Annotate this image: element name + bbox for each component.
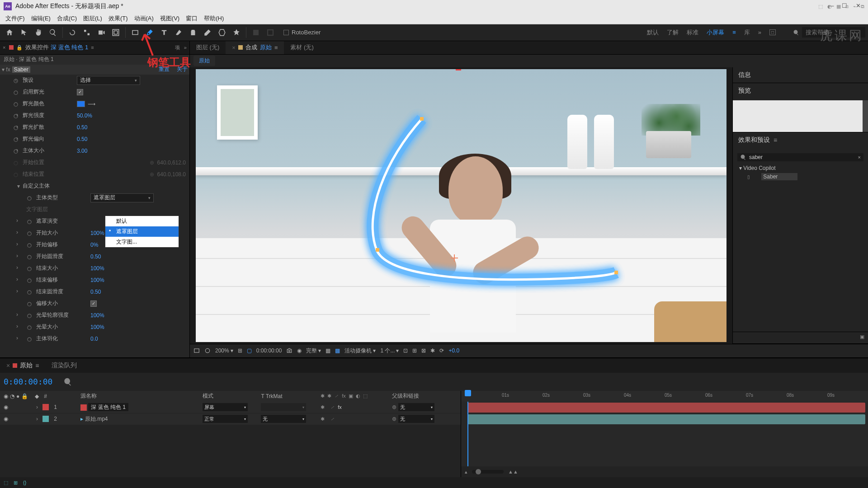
snapshot-icon[interactable] (286, 347, 292, 354)
layer-1-name[interactable]: 深 蓝色 纯色 1 (88, 403, 128, 411)
workspace-default[interactable]: 默认 (647, 28, 659, 37)
stopwatch-icon[interactable] (26, 218, 33, 225)
start-round-value[interactable]: 0.50 (90, 253, 101, 260)
effect-tab-close[interactable]: × (3, 45, 5, 50)
stopwatch-icon[interactable] (26, 253, 33, 260)
dropdown-option-default[interactable]: 默认 (105, 216, 179, 226)
resolution-dropdown[interactable]: 完整 ▾ (306, 347, 321, 355)
core-size-value[interactable]: 3.00 (77, 148, 87, 154)
stopwatch-icon[interactable] (13, 101, 19, 107)
layer-1-trkmat-dropdown[interactable]: ▾ (261, 403, 306, 411)
timecode[interactable]: 0:00:00:00 (4, 377, 52, 386)
stopwatch-icon[interactable] (26, 242, 33, 248)
panel-info[interactable]: 信息 (733, 67, 868, 83)
end-size-value[interactable]: 100% (90, 265, 104, 272)
end-pos-value[interactable]: 640.0,108.0 (157, 171, 186, 178)
dropdown-option-text-layer[interactable]: 文字图... (105, 237, 179, 247)
clone-tool[interactable] (186, 26, 200, 39)
type-tool[interactable] (157, 26, 171, 39)
panel-preview[interactable]: 预览 (733, 83, 868, 99)
tl-opt-3d-icon[interactable]: ⧈ (845, 4, 849, 9)
layer-1-bar[interactable] (467, 403, 865, 413)
orbit-tool[interactable] (66, 26, 79, 39)
view-count-dropdown[interactable]: 1 个... ▾ (380, 347, 399, 355)
workspace-learn[interactable]: 了解 (667, 28, 679, 37)
menu-composition[interactable]: 合成(C) (54, 14, 80, 23)
clear-search-icon[interactable]: × (858, 155, 861, 160)
panel-effects-presets[interactable]: 效果和预设≡ (733, 132, 868, 148)
stopwatch-icon[interactable] (13, 89, 19, 95)
layer-row-1[interactable]: ◉› 1 深 蓝色 纯色 1 屏幕▾ ▾ ✱⟋fx ⊚无▾ (0, 402, 461, 413)
stopwatch-icon[interactable] (13, 124, 19, 131)
menu-file[interactable]: 文件(F) (3, 14, 28, 23)
start-size-value[interactable]: 100% (90, 230, 104, 236)
view-opt1-icon[interactable]: ⊡ (403, 347, 408, 354)
camera-dropdown[interactable]: 活动摄像机 ▾ (344, 347, 376, 355)
core-type-dropdown[interactable]: 遮罩图层▾ (90, 193, 154, 202)
stopwatch-icon[interactable] (13, 160, 19, 166)
menu-window[interactable]: 窗口 (183, 14, 200, 23)
rotobezier-checkbox[interactable]: RotoBezier (283, 29, 321, 36)
tl-opt-mb-icon[interactable]: ◐ (827, 4, 832, 9)
transparency-grid-icon[interactable]: ▦ (326, 347, 330, 354)
glow-bias-value[interactable]: 0.50 (77, 136, 87, 142)
start-pos-value[interactable]: 640.0,612.0 (157, 160, 186, 166)
eraser-tool[interactable] (201, 26, 214, 39)
timeline-tracks-area[interactable]: 01s 02s 03s 04s 05s 06s 07s 08s 09s ▴ (461, 391, 868, 477)
panel-menu-icon[interactable]: ≡ (91, 45, 94, 50)
playhead-handle[interactable] (465, 390, 471, 396)
workspace-box-icon[interactable]: □ (769, 29, 776, 35)
layer-row-2[interactable]: ◉› 2 ▸原始.mp4 正常▾ 无▾ ✱⟋ ⊚无▾ (0, 413, 461, 425)
menu-help[interactable]: 帮助(H) (201, 14, 226, 23)
tab-composition[interactable]: ×合成 原始 ≡ (226, 41, 284, 54)
brush-tool[interactable] (172, 26, 185, 39)
current-time[interactable]: 0:00:00:00 (256, 347, 282, 354)
col-source-name[interactable]: 源名称 (77, 392, 199, 400)
timeline-tab-original[interactable]: ×原始≡ (0, 358, 45, 373)
tl-opt-graph-icon[interactable]: ⌁ (853, 4, 856, 9)
layer-2-bar[interactable] (467, 414, 865, 424)
exposure-control[interactable]: +0.0 (448, 347, 459, 354)
puppet-tool[interactable] (230, 26, 243, 39)
sub-tab-original[interactable]: 原始 (193, 56, 215, 66)
resolution-toggle-icon[interactable]: ⊞ (238, 347, 242, 354)
effects-search[interactable]: × (737, 153, 863, 161)
tab-layer[interactable]: 图层 (无) (190, 41, 226, 54)
zoom-out-icon[interactable]: ▴ (465, 469, 467, 475)
toggle-brackets-icon[interactable]: {} (23, 480, 26, 485)
menu-view[interactable]: 视图(V) (157, 14, 182, 23)
stopwatch-icon[interactable] (13, 136, 19, 142)
tl-opt-link-icon[interactable]: ⧉ (861, 4, 864, 9)
glow-color-swatch[interactable] (77, 101, 85, 107)
halo-intensity-value[interactable]: 100% (90, 312, 104, 319)
composition-viewer[interactable] (190, 67, 732, 344)
stopwatch-icon[interactable] (26, 289, 33, 295)
toggle-modes-icon[interactable]: ⊞ (14, 480, 18, 486)
fx-group-videocopilot[interactable]: ▾ Video Copilot (737, 164, 863, 172)
layer-1-parent-dropdown[interactable]: 无▾ (398, 403, 434, 411)
menu-animation[interactable]: 动画(A) (132, 14, 156, 23)
color-management-icon[interactable]: ◉ (297, 347, 302, 354)
toggle-mask-icon[interactable] (204, 347, 211, 354)
preset-dropdown[interactable]: 选择▾ (77, 76, 140, 85)
stopwatch-icon[interactable] (13, 148, 19, 154)
project-tab-stub[interactable]: 项 (175, 45, 180, 50)
stopwatch-icon[interactable] (26, 195, 33, 201)
tl-opt-shy-icon[interactable]: ⬚ (818, 4, 823, 9)
timeline-zoom-slider[interactable] (472, 470, 504, 474)
core-feather-value[interactable]: 0.0 (90, 336, 98, 342)
prop-custom-core-label[interactable]: 自定义主体 (23, 182, 77, 190)
workspace-overflow[interactable]: » (758, 29, 761, 36)
glow-spread-value[interactable]: 0.50 (77, 124, 87, 131)
glow-intensity-value[interactable]: 50.0% (77, 113, 92, 119)
selection-tool[interactable] (17, 26, 31, 39)
toggle-switches-icon[interactable]: ⬚ (4, 480, 8, 486)
toggle-alpha-icon[interactable]: ▩ (335, 347, 340, 354)
rotate-tool[interactable] (80, 26, 94, 39)
stopwatch-icon[interactable] (26, 265, 33, 272)
tl-opt-frame-blend-icon[interactable]: ▦ (836, 4, 841, 9)
stopwatch-icon[interactable] (26, 300, 33, 307)
timeline-tab-render-queue[interactable]: 渲染队列 (45, 358, 83, 373)
timeline-ruler[interactable]: 01s 02s 03s 04s 05s 06s 07s 08s 09s (461, 391, 868, 402)
layer-2-name[interactable]: 原始.mp4 (85, 416, 108, 422)
